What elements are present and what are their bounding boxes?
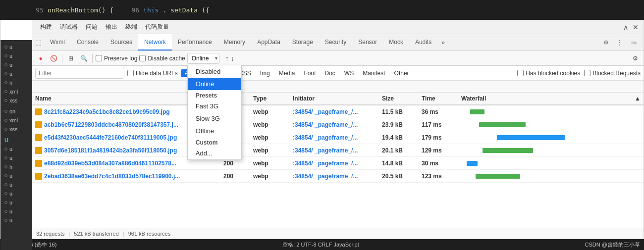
waterfall-bar-1 — [479, 122, 526, 127]
tab-audits[interactable]: Audits — [409, 34, 437, 50]
cell-waterfall-0 — [461, 105, 641, 118]
settings-icon[interactable]: ⚙ — [600, 37, 612, 49]
hide-data-urls-label[interactable]: Hide data URLs — [127, 70, 178, 77]
table-row[interactable]: 3057d6e185181f1a4819424b2a3fa56f118050.j… — [32, 144, 644, 157]
filter-icon[interactable]: ⊞ — [65, 53, 76, 64]
clear-button[interactable]: 🚫 — [48, 53, 59, 64]
file-icon-0 — [35, 108, 42, 115]
toolbar-build[interactable]: 构建 — [36, 21, 56, 33]
record-button[interactable]: ● — [35, 53, 46, 64]
network-table: Name Status Type Initiator Size Time Wat… — [32, 93, 644, 228]
tab-storage[interactable]: Storage — [286, 34, 319, 50]
filter-tag-manifest[interactable]: Manifest — [359, 69, 389, 77]
cell-waterfall-1 — [461, 118, 641, 131]
has-blocked-cookies-label[interactable]: Has blocked cookies — [517, 70, 580, 77]
toolbar-output[interactable]: 输出 — [102, 21, 121, 33]
filter-tag-media[interactable]: Media — [275, 69, 299, 77]
file-icon-1 — [35, 121, 42, 128]
code-line-95: onReachBottom() { — [48, 6, 113, 14]
col-initiator-header[interactable]: Initiator — [293, 95, 382, 102]
search-icon[interactable]: 🔍 — [78, 53, 89, 64]
tab-performance[interactable]: Performance — [172, 34, 218, 50]
requests-count: 32 requests — [36, 231, 64, 237]
table-header: Name Status Type Initiator Size Time Wat… — [32, 93, 644, 105]
cell-time-0: 36 ms — [422, 108, 461, 115]
minimize-button[interactable]: ∧ — [622, 23, 630, 31]
col-type-header[interactable]: Type — [253, 95, 293, 102]
col-waterfall-header[interactable]: Waterfall ▲ — [461, 95, 641, 102]
more-options-icon[interactable]: ⋮ — [614, 37, 626, 49]
more-tabs-button[interactable]: » — [437, 34, 449, 50]
table-row[interactable]: 2ebad3638ae63edd7c4c1d8033d578ec119900.j… — [32, 170, 644, 183]
line-number-95: 95 — [30, 6, 44, 14]
table-row[interactable]: e88d92d039eb53d084a307a886d04611102578..… — [32, 157, 644, 170]
cell-waterfall-5 — [461, 170, 641, 182]
tab-appdata[interactable]: AppData — [251, 34, 286, 50]
tab-console[interactable]: Console — [71, 34, 105, 50]
sidebar-item: n — [2, 79, 30, 87]
option-online[interactable]: Online — [188, 78, 241, 90]
file-icon-5 — [35, 173, 42, 180]
status-bar: 32 requests | 521 kB transferred | 961 k… — [32, 228, 644, 239]
dock-icon[interactable]: ▭ — [628, 37, 640, 49]
option-fast3g[interactable]: Fast 3G — [188, 100, 241, 112]
disable-cache-checkbox[interactable] — [139, 55, 146, 61]
toolbar-issues[interactable]: 问题 — [82, 21, 102, 33]
cell-type-1: webp — [253, 121, 293, 128]
toolbar-terminal[interactable]: 终端 — [121, 21, 141, 33]
sidebar-item: u — [2, 52, 30, 60]
blocked-requests-label[interactable]: Blocked Requests — [584, 70, 641, 77]
filter-tag-doc[interactable]: Doc — [321, 69, 339, 77]
code-setdata: setData — [170, 6, 198, 14]
table-row[interactable]: e5d43f4230aec5444fe72160de740f31119005.j… — [32, 131, 644, 144]
preserve-log-label[interactable]: Preserve log — [96, 55, 137, 62]
blocked-requests-checkbox[interactable] — [584, 70, 590, 76]
preserve-log-checkbox[interactable] — [96, 55, 102, 61]
option-offline[interactable]: Offline — [188, 125, 241, 137]
table-row[interactable]: 8c21fc8a2234c9a5c1bc8c82ce1b9c95c09.jpg … — [32, 105, 644, 118]
tab-mock[interactable]: Mock — [383, 34, 409, 50]
toolbar-debug[interactable]: 调试器 — [56, 21, 82, 33]
close-button[interactable]: ✕ — [632, 23, 640, 31]
sidebar-item: on — [2, 107, 30, 115]
filter-tag-ws[interactable]: WS — [340, 69, 358, 77]
disable-cache-label[interactable]: Disable cache — [139, 55, 185, 62]
timeline-header: 10 ms 20 ms 30 ms 40 ms 50 ms 60 ms 70 m… — [32, 81, 644, 93]
filter-tag-font[interactable]: Font — [300, 69, 320, 77]
online-select[interactable]: Online — [187, 53, 219, 64]
option-add[interactable]: Add... — [188, 147, 241, 159]
toolbar-quality[interactable]: 代码质量 — [141, 21, 173, 33]
tab-wxml[interactable]: Wxml — [44, 34, 71, 50]
tab-sources[interactable]: Sources — [105, 34, 138, 50]
network-toolbar: ● 🚫 ⊞ 🔍 Preserve log Disable cache Onlin… — [32, 51, 644, 66]
waterfall-bar-2 — [497, 135, 565, 140]
cell-name-5: 2ebad3638ae63edd7c4c1d8033d578ec119900.j… — [35, 173, 223, 180]
network-settings-icon[interactable]: ⚙ — [630, 53, 641, 64]
encoding-info: 空格: 2 UTF-8 CRLF JavaScript — [282, 241, 359, 249]
tab-sensor[interactable]: Sensor — [352, 34, 383, 50]
table-row[interactable]: acb1b6e571229803ddcbc48708020f38147357.j… — [32, 118, 644, 131]
col-time-header[interactable]: Time — [422, 95, 461, 102]
presets-section-label: Presets — [188, 90, 241, 100]
filter-tag-img[interactable]: Img — [256, 69, 274, 77]
cell-initiator-4: :34854/ _pageframe_/... — [293, 160, 382, 167]
tab-security[interactable]: Security — [319, 34, 352, 50]
hide-data-urls-checkbox[interactable] — [127, 70, 134, 76]
tab-network[interactable]: Network — [138, 34, 172, 50]
cursor-icon[interactable]: ⬚ — [32, 34, 44, 50]
bottom-status-bar: 行 102, 列 6 (选中 16) 空格: 2 UTF-8 CRLF Java… — [0, 239, 644, 250]
filter-input[interactable] — [35, 68, 124, 79]
col-size-header[interactable]: Size — [382, 95, 422, 102]
has-blocked-cookies-checkbox[interactable] — [517, 70, 524, 76]
filter-tag-other[interactable]: Other — [390, 69, 413, 77]
online-dropdown-container: Online ▾ Disabled Online Presets Fast 3G… — [187, 53, 219, 64]
waterfall-bar-5 — [476, 174, 521, 179]
tab-memory[interactable]: Memory — [218, 34, 251, 50]
filter-bar: Hide data URLs All Clo... JS CSS Img Med… — [32, 66, 644, 81]
cell-time-3: 129 ms — [422, 147, 461, 154]
cell-name-4: e88d92d039eb53d084a307a886d04611102578..… — [35, 160, 223, 167]
option-slow3g[interactable]: Slow 3G — [188, 112, 241, 125]
option-disabled[interactable]: Disabled — [188, 65, 241, 78]
sidebar-item: u — [2, 190, 30, 198]
cell-initiator-2: :34854/ _pageframe_/... — [293, 134, 382, 141]
